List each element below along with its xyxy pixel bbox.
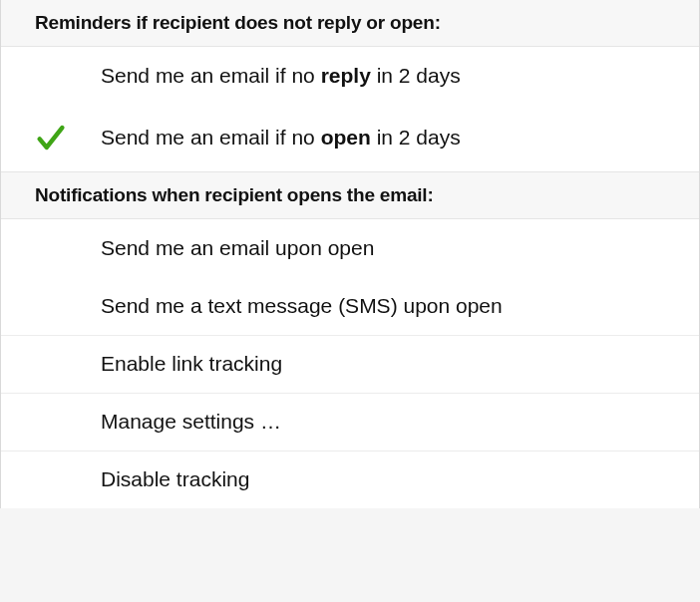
action-disable-tracking-label: Disable tracking	[101, 467, 699, 491]
text-post: in 2 days	[371, 64, 461, 87]
action-enable-link-tracking-label: Enable link tracking	[101, 352, 699, 376]
action-disable-tracking[interactable]: Disable tracking	[1, 451, 699, 508]
option-sms-on-open-label: Send me a text message (SMS) upon open	[101, 294, 699, 318]
tracking-menu: Reminders if recipient does not reply or…	[0, 0, 700, 508]
section-header-notifications: Notifications when recipient opens the e…	[1, 171, 699, 219]
check-slot	[1, 121, 101, 154]
option-sms-on-open[interactable]: Send me a text message (SMS) upon open	[1, 277, 699, 335]
text-pre: Send me an email if no	[101, 64, 321, 87]
option-no-reply-label: Send me an email if no reply in 2 days	[101, 64, 699, 88]
option-email-on-open[interactable]: Send me an email upon open	[1, 219, 699, 277]
action-enable-link-tracking[interactable]: Enable link tracking	[1, 335, 699, 393]
option-no-reply-reminder[interactable]: Send me an email if no reply in 2 days	[1, 47, 699, 105]
text-bold: reply	[321, 64, 371, 87]
text-pre: Send me an email if no	[101, 126, 321, 149]
section-header-reminders: Reminders if recipient does not reply or…	[1, 0, 699, 47]
check-icon	[34, 121, 68, 154]
option-no-open-label: Send me an email if no open in 2 days	[101, 126, 699, 150]
action-manage-settings-label: Manage settings …	[101, 410, 699, 434]
action-manage-settings[interactable]: Manage settings …	[1, 393, 699, 451]
text-post: in 2 days	[371, 126, 461, 149]
option-no-open-reminder[interactable]: Send me an email if no open in 2 days	[1, 105, 699, 171]
option-email-on-open-label: Send me an email upon open	[101, 236, 699, 260]
text-bold: open	[321, 126, 371, 149]
